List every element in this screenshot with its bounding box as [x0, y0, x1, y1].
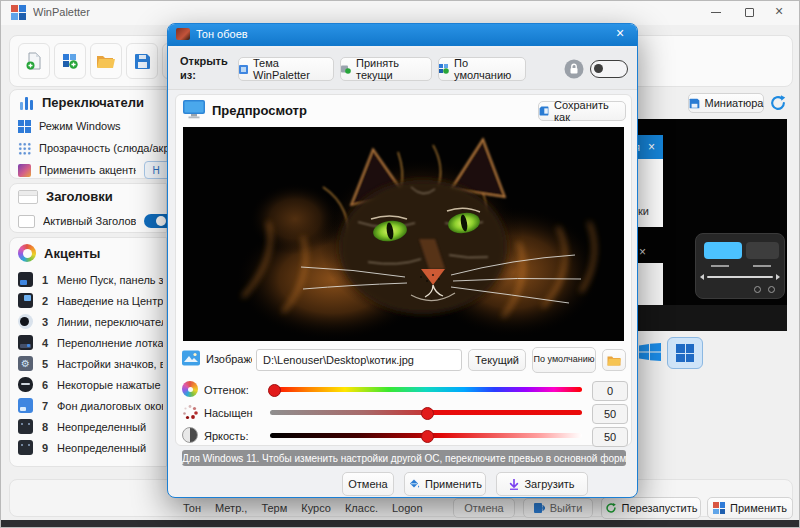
- main-apply-button[interactable]: Применить: [707, 497, 793, 519]
- brightness-label: Яркость:: [204, 430, 264, 442]
- lock-button[interactable]: [564, 59, 584, 79]
- bottom-tabs: Тон Метр., Терм Курсо Класс. Logon: [183, 502, 423, 514]
- hue-slider-thumb[interactable]: [268, 384, 281, 397]
- accent-item-2[interactable]: 2 Наведение на Центр действи: [18, 291, 168, 310]
- dialog-cancel-button[interactable]: Отмена: [342, 472, 394, 496]
- mock-close-icon: ×: [648, 140, 655, 154]
- mock-flyout-gray-button: [746, 242, 779, 259]
- accent-item-3[interactable]: 3 Линии, переключатели и кн: [18, 312, 168, 331]
- refresh-preview-button[interactable]: [769, 94, 787, 112]
- section-title: Акценты: [44, 246, 162, 261]
- restart-refresh-icon: [605, 502, 617, 514]
- dialog-apply-button[interactable]: Применить: [404, 472, 486, 496]
- image-thumb-icon: [182, 349, 200, 367]
- tab-terminal[interactable]: Терм: [261, 502, 287, 514]
- maximize-button[interactable]: [745, 8, 754, 17]
- image-current-button[interactable]: Текущий: [468, 349, 526, 371]
- paint-bucket-icon: [408, 478, 420, 490]
- active-titlebar-toggle[interactable]: [144, 214, 168, 228]
- hue-icon: [182, 381, 198, 397]
- dialog-toggle[interactable]: [590, 60, 628, 78]
- brightness-slider[interactable]: [270, 433, 582, 438]
- accent-item-4[interactable]: 4 Переполнение лотка панели: [18, 333, 168, 352]
- tab-cursors[interactable]: Курсо: [301, 502, 331, 514]
- lock-icon: [564, 59, 584, 79]
- saturation-slider-thumb[interactable]: [421, 407, 434, 420]
- accent3-icon: [18, 314, 33, 329]
- dialog-titlebar: Тон обоев ×: [168, 24, 637, 46]
- save-icon: [134, 53, 151, 70]
- take-current-button[interactable]: Принять текущи: [340, 57, 432, 81]
- preview-win11-button[interactable]: [667, 337, 703, 369]
- mock-close2-icon: ×: [639, 245, 646, 259]
- mock-flyout-blue-button: [704, 242, 742, 259]
- dialog-download-button[interactable]: Загрузить: [496, 472, 588, 496]
- winpaletter-window: WinPaletter ×: [0, 0, 800, 528]
- saturation-label: Насыщен: [204, 407, 264, 419]
- dialog-close-button[interactable]: ×: [616, 25, 624, 41]
- image-path-input[interactable]: D:\Lenouser\Desktop\котик.jpg: [256, 349, 462, 371]
- take-current-icon: [341, 64, 351, 74]
- brightness-value[interactable]: 50: [592, 427, 628, 447]
- section-title: Переключатели: [42, 95, 162, 110]
- hue-slider[interactable]: [270, 387, 582, 392]
- hue-value[interactable]: 0: [592, 381, 628, 401]
- save-as-image-button[interactable]: Сохранить как: [538, 101, 626, 121]
- save-theme-button[interactable]: [126, 43, 158, 79]
- sidebar-item-windows-mode[interactable]: Режим Windows: [18, 116, 168, 136]
- monitor-icon: [182, 99, 206, 119]
- mock-arrow-right: [776, 274, 780, 280]
- browse-image-button[interactable]: [602, 349, 626, 371]
- window-icon: [18, 190, 38, 204]
- preview-win10-button[interactable]: [639, 343, 663, 363]
- section-switches: Переключатели Режим Windows Прозрачность…: [9, 89, 167, 179]
- new-theme-file-button[interactable]: [18, 43, 50, 79]
- folder-icon: [607, 355, 621, 366]
- accent-item-7[interactable]: 7 Фон диалоговых окон UWP: [18, 396, 168, 415]
- tab-metrics[interactable]: Метр.,: [215, 502, 247, 514]
- accent6-icon: [18, 377, 33, 392]
- new-from-theme-button[interactable]: [54, 43, 86, 79]
- sidebar-item-transparency[interactable]: Прозрачность (слюда/акрил): [18, 138, 168, 158]
- titlebar-icon: [18, 215, 35, 228]
- saturation-value[interactable]: 50: [592, 404, 628, 424]
- accent2-icon: [18, 293, 33, 308]
- thumbnail-button[interactable]: Миниатюра: [688, 93, 764, 113]
- minimize-button[interactable]: [711, 12, 721, 13]
- wallpaper-preview-image: [183, 127, 624, 341]
- preview-card: Предпросмотр Сохранить как: [175, 94, 632, 446]
- mock-arrow-left: [700, 274, 704, 280]
- preview-title: Предпросмотр: [212, 103, 307, 118]
- image-label: Изображе: [206, 353, 252, 365]
- logoff-button[interactable]: Выйти: [523, 498, 593, 518]
- tab-tone[interactable]: Тон: [183, 502, 201, 514]
- theme-file-icon: [239, 65, 248, 74]
- image-default-button[interactable]: По умолчанию: [532, 347, 596, 373]
- open-default-button[interactable]: По умолчанию: [438, 57, 526, 81]
- accent-item-5[interactable]: ⚙ 5 Настройки значков, выделе: [18, 354, 168, 373]
- tab-logon[interactable]: Logon: [392, 502, 423, 514]
- sidebar-item-active-titlebar[interactable]: Активный Заголовок: [18, 211, 168, 231]
- close-button[interactable]: ×: [775, 3, 783, 19]
- transparency-icon: [18, 142, 31, 155]
- restart-button[interactable]: Перезапустить: [601, 497, 701, 519]
- dialog-wallpaper-icon: [176, 28, 190, 40]
- sidebar-item-accent-wallpaper[interactable]: Применить акцентный цв... Н: [18, 160, 168, 180]
- accent-mode-button-partial[interactable]: Н: [144, 161, 168, 179]
- accent-item-1[interactable]: 1 Меню Пуск, панель задач и: [18, 270, 168, 289]
- accent-item-8[interactable]: 8 Неопределенный: [18, 417, 168, 436]
- main-cancel-button[interactable]: Отмена: [453, 498, 515, 518]
- theme-winpaletter-button[interactable]: Тема WinPaletter: [238, 57, 334, 81]
- tab-classic[interactable]: Класс.: [345, 502, 378, 514]
- accents-color-wheel-icon: [18, 244, 36, 262]
- open-theme-button[interactable]: [90, 43, 122, 79]
- toggle-knob: [594, 64, 603, 73]
- accent-item-6[interactable]: 6 Некоторые нажатые кнопки: [18, 375, 168, 394]
- section-title: Заголовки: [46, 189, 164, 204]
- saturation-slider[interactable]: [270, 410, 582, 415]
- open-from-label: Открыть из:: [180, 54, 234, 83]
- download-arrow-icon: [509, 479, 519, 490]
- accent-item-9[interactable]: 9 Неопределенный: [18, 438, 168, 457]
- brightness-slider-thumb[interactable]: [421, 430, 434, 443]
- section-titlebars: Заголовки Активный Заголовок: [9, 183, 167, 233]
